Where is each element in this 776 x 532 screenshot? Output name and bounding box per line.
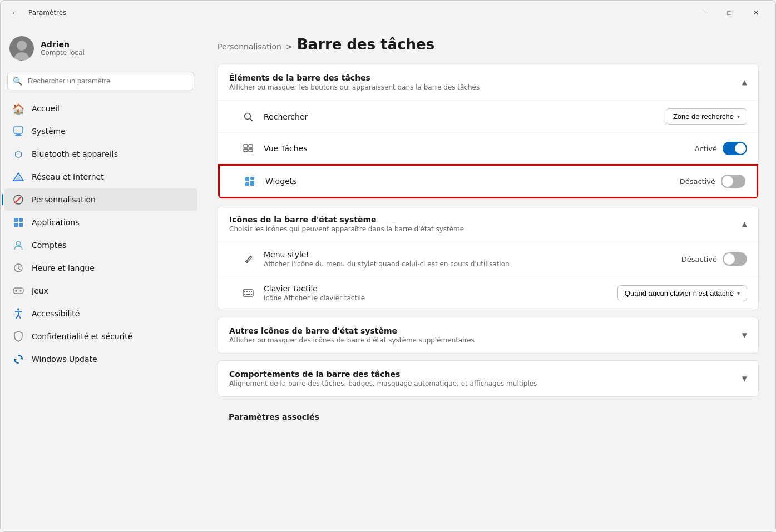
sidebar-label-jeux: Jeux — [32, 286, 48, 295]
svg-point-17 — [20, 290, 22, 292]
menu-stylet-content: Menu stylet Afficher l'icône du menu du … — [264, 250, 681, 268]
svg-line-6 — [15, 197, 21, 203]
sidebar: Adrien Compte local 🔍 🏠 Accueil — [1, 25, 201, 531]
clavier-tactile-dropdown-value: Quand aucun clavier n'est attaché — [625, 289, 734, 297]
svg-rect-34 — [250, 177, 254, 180]
sidebar-item-confidentialite[interactable]: Confidentialité et sécurité — [4, 325, 197, 347]
sidebar-item-personnalisation[interactable]: Personnalisation — [4, 188, 197, 211]
applications-icon — [13, 217, 24, 228]
dropdown-arrow-clavier-icon: ▾ — [737, 290, 740, 296]
sidebar-label-comptes: Comptes — [32, 241, 66, 250]
sidebar-item-comptes[interactable]: Comptes — [4, 234, 197, 256]
sidebar-item-heure[interactable]: Heure et langue — [4, 257, 197, 279]
maximize-button[interactable]: □ — [716, 4, 742, 22]
back-button[interactable]: ← — [7, 5, 23, 21]
svg-rect-39 — [243, 290, 253, 296]
accounts-icon — [13, 240, 24, 251]
menu-stylet-control: Désactivé — [681, 252, 747, 266]
sidebar-label-personnalisation: Personnalisation — [32, 195, 96, 204]
svg-line-24 — [18, 315, 21, 319]
svg-rect-9 — [14, 223, 18, 227]
clavier-tactile-dropdown[interactable]: Quand aucun clavier n'est attaché ▾ — [617, 285, 747, 301]
sidebar-item-reseau[interactable]: Réseau et Internet — [4, 166, 197, 188]
update-icon — [13, 354, 24, 365]
rechercher-dropdown[interactable]: Zone de recherche ▾ — [666, 108, 747, 125]
sidebar-item-windowsupdate[interactable]: Windows Update — [4, 348, 197, 370]
clavier-tactile-content: Clavier tactile Icône Afficher le clavie… — [264, 284, 617, 302]
sidebar-item-bluetooth[interactable]: ⬡ Bluetooth et appareils — [4, 143, 197, 165]
user-profile[interactable]: Adrien Compte local — [1, 29, 201, 69]
setting-row-widgets: Widgets Désactivé — [218, 164, 758, 198]
sidebar-label-accessibilite: Accessibilité — [32, 309, 80, 318]
taskbar-elements-chevron: ▲ — [742, 78, 747, 86]
other-icons-title: Autres icônes de barre d'état système — [229, 326, 475, 335]
breadcrumb-separator: > — [286, 42, 293, 51]
svg-rect-45 — [246, 294, 250, 295]
minimize-button[interactable]: — — [690, 4, 715, 22]
svg-rect-8 — [19, 218, 23, 222]
sidebar-label-reseau: Réseau et Internet — [32, 172, 104, 181]
bluetooth-icon: ⬡ — [13, 148, 24, 160]
titlebar: ← Paramètres — □ ✕ — [1, 1, 775, 25]
sidebar-label-accueil: Accueil — [32, 104, 60, 113]
close-button[interactable]: ✕ — [743, 4, 769, 22]
svg-rect-36 — [250, 181, 254, 186]
svg-rect-29 — [244, 145, 248, 147]
svg-rect-7 — [14, 218, 18, 222]
svg-point-20 — [17, 309, 19, 311]
svg-rect-33 — [245, 177, 249, 181]
vue-taches-control: Activé — [695, 142, 747, 155]
widgets-toggle[interactable] — [721, 175, 745, 188]
vue-taches-toggle[interactable] — [723, 142, 747, 155]
svg-line-14 — [18, 268, 20, 270]
vue-taches-icon — [240, 141, 256, 156]
dropdown-arrow-icon: ▾ — [737, 113, 740, 120]
other-icons-header[interactable]: Autres icônes de barre d'état système Af… — [218, 317, 758, 353]
svg-rect-30 — [249, 145, 253, 147]
sidebar-item-applications[interactable]: Applications — [4, 211, 197, 233]
breadcrumb-parent: Personnalisation — [218, 42, 281, 51]
system-tray-header[interactable]: Icônes de la barre d'état système Choisi… — [218, 206, 758, 242]
other-icons-section: Autres icônes de barre d'état système Af… — [218, 317, 759, 354]
toggle-thumb-widgets — [722, 176, 733, 187]
svg-rect-44 — [244, 294, 245, 295]
svg-rect-41 — [246, 291, 248, 292]
setting-row-rechercher: Rechercher Zone de recherche ▾ — [218, 100, 758, 132]
menu-stylet-toggle[interactable] — [723, 252, 747, 266]
sidebar-item-accueil[interactable]: 🏠 Accueil — [4, 97, 197, 120]
sidebar-item-systeme[interactable]: Système — [4, 120, 197, 142]
content-area: Personnalisation > Barre des tâches Élém… — [201, 25, 775, 531]
system-tray-chevron: ▲ — [742, 220, 747, 228]
avatar-body — [14, 52, 29, 60]
sidebar-label-confidentialite: Confidentialité et sécurité — [32, 332, 132, 341]
svg-rect-32 — [249, 149, 253, 152]
behaviors-title-group: Comportements de la barre des tâches Ali… — [229, 370, 537, 387]
widgets-label: Widgets — [265, 177, 680, 186]
menu-stylet-desc: Afficher l'icône du menu du stylet quand… — [264, 260, 681, 268]
breadcrumb: Personnalisation > Barre des tâches — [218, 36, 759, 53]
svg-rect-2 — [15, 135, 22, 136]
clavier-tactile-label: Clavier tactile — [264, 284, 617, 293]
system-tray-title: Icônes de la barre d'état système — [229, 215, 464, 224]
page-title: Barre des tâches — [297, 36, 434, 53]
rechercher-label: Rechercher — [264, 112, 666, 121]
taskbar-elements-header[interactable]: Éléments de la barre des tâches Afficher… — [218, 64, 758, 100]
search-input[interactable] — [7, 72, 194, 90]
other-icons-title-group: Autres icônes de barre d'état système Af… — [229, 326, 475, 344]
svg-rect-15 — [13, 288, 23, 294]
personalization-icon — [13, 194, 24, 205]
rechercher-dropdown-value: Zone de recherche — [673, 112, 734, 121]
setting-row-clavier-tactile: Clavier tactile Icône Afficher le clavie… — [218, 276, 758, 310]
svg-rect-42 — [249, 291, 250, 292]
games-icon — [13, 285, 24, 296]
accessibility-icon — [13, 308, 24, 319]
vue-taches-label: Vue Tâches — [264, 144, 695, 153]
behaviors-header[interactable]: Comportements de la barre des tâches Ali… — [218, 361, 758, 396]
clavier-tactile-control: Quand aucun clavier n'est attaché ▾ — [617, 285, 747, 301]
taskbar-elements-title: Éléments de la barre des tâches — [229, 73, 480, 82]
vue-taches-content: Vue Tâches — [264, 144, 695, 153]
sidebar-item-accessibilite[interactable]: Accessibilité — [4, 302, 197, 325]
rechercher-content: Rechercher — [264, 112, 666, 121]
sidebar-item-jeux[interactable]: Jeux — [4, 280, 197, 302]
behaviors-section: Comportements de la barre des tâches Ali… — [218, 360, 759, 397]
